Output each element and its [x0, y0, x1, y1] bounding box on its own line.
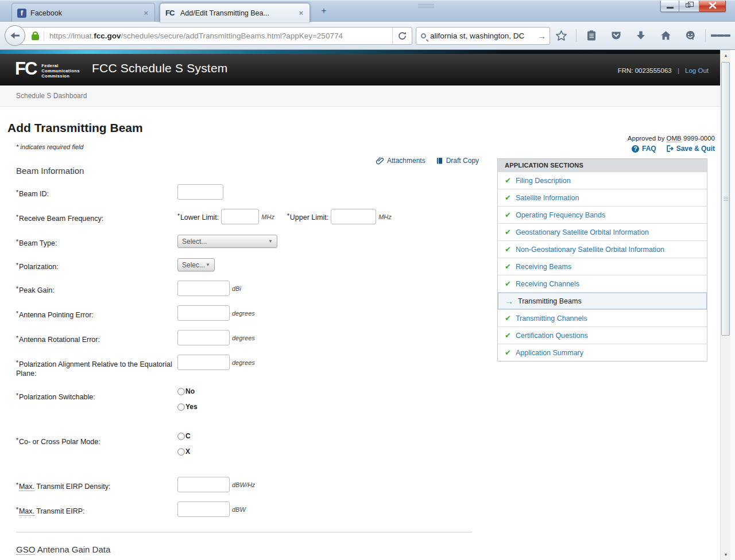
tab-title: Facebook	[30, 9, 142, 17]
sidebar-item-transmitting-channels[interactable]: ✔Transmitting Channels	[498, 309, 707, 326]
bookmark-star-icon[interactable]	[551, 27, 571, 44]
scroll-down-icon[interactable]: ▼	[721, 550, 731, 560]
scrollbar-thumb[interactable]	[721, 62, 730, 336]
reload-icon	[397, 31, 407, 41]
top-right-actions: Approved by OMB 9999-0000 ? FAQ Save & Q…	[628, 135, 715, 153]
max-transmit-eirp-input[interactable]	[177, 501, 230, 517]
window-close-icon	[699, 1, 726, 11]
draft-copy-link[interactable]: Draft Copy	[436, 157, 479, 165]
omb-approval-text: Approved by OMB 9999-0000	[628, 135, 715, 142]
tab-bar: f Facebook × FC Add/Edit Transmitting Be…	[0, 0, 735, 22]
reload-button[interactable]	[392, 27, 412, 45]
polarization-switchable-no-option[interactable]: No	[177, 387, 195, 395]
form-row-polarization-alignment: *Polarization Alignment Relative to the …	[16, 355, 479, 378]
completed-check-icon: ✔	[505, 348, 511, 357]
max-transmit-eirp-density-input[interactable]	[177, 477, 230, 492]
sidebar-item-label: Receiving Channels	[516, 280, 579, 288]
polarization-select[interactable]: Selec... ▼	[177, 258, 215, 271]
scroll-up-icon[interactable]: ▲	[721, 50, 731, 61]
toolbar-separator	[705, 29, 706, 42]
antenna-pointing-error-input[interactable]	[177, 305, 230, 321]
peak-gain-label: Peak Gain:	[19, 286, 55, 294]
sidebar-item-geostationary-satellite-orbital-information[interactable]: ✔Geostationary Satellite Orbital Informa…	[498, 223, 707, 240]
fcc-logo-acronym: FC	[15, 60, 36, 77]
required-note: * indicates required field	[16, 143, 720, 150]
peak-gain-input[interactable]	[177, 281, 230, 296]
sidebar-item-non-geostationary-satellite-orbital-information[interactable]: ✔Non-Geostationary Satellite Orbital Inf…	[498, 240, 707, 258]
lower-limit-label: Lower Limit:	[180, 213, 219, 221]
sidebar-item-certification-questions[interactable]: ✔Certification Questions	[498, 326, 707, 344]
tab-close-icon[interactable]: ×	[297, 9, 304, 17]
lower-limit-input[interactable]	[221, 209, 259, 224]
save-quit-link[interactable]: Save & Quit	[666, 145, 715, 153]
co-polar-option[interactable]: C	[177, 432, 191, 440]
cross-polar-option[interactable]: X	[177, 448, 190, 456]
max-transmit-eirp-label: Transmit EIRP:	[34, 507, 85, 515]
sidebar-item-satellite-information[interactable]: ✔Satellite Information	[498, 189, 707, 206]
sidebar-item-transmitting-beams[interactable]: →Transmitting Beams	[498, 292, 707, 309]
home-icon[interactable]	[656, 27, 675, 44]
sidebar-item-receiving-channels[interactable]: ✔Receiving Channels	[498, 275, 707, 292]
completed-check-icon: ✔	[505, 211, 511, 219]
https-lock-icon[interactable]	[32, 34, 39, 40]
beam-id-input[interactable]	[177, 184, 223, 200]
max-transmit-eirp-unit: dBW	[232, 501, 246, 513]
pocket-icon[interactable]	[606, 27, 626, 44]
form-row-peak-gain: *Peak Gain: dBi	[16, 281, 479, 296]
minimize-button[interactable]	[660, 1, 679, 12]
tab-close-icon[interactable]: ×	[142, 9, 149, 17]
radio-button[interactable]	[177, 433, 185, 440]
new-tab-button[interactable]: +	[316, 5, 331, 18]
tab-add-edit-transmitting-beams[interactable]: FC Add/Edit Transmitting Bea... ×	[160, 3, 310, 22]
polarization-switchable-yes-option[interactable]: Yes	[177, 403, 198, 411]
window-drag-grip[interactable]	[418, 4, 434, 9]
upper-limit-label: Upper Limit:	[290, 213, 328, 221]
completed-check-icon: ✔	[505, 176, 511, 185]
radio-button[interactable]	[177, 448, 185, 456]
question-circle-icon: ?	[632, 145, 639, 153]
form-row-max-transmit-eirp: *Max. Transmit EIRP: dBW	[16, 501, 479, 517]
sidebar-item-filing-description[interactable]: ✔Filing Description	[498, 172, 707, 189]
url-bar[interactable]: https://lmuat.fcc.gov/schedules/secure/a…	[16, 27, 412, 45]
close-button[interactable]	[699, 1, 726, 12]
sidebar-item-receiving-beams[interactable]: ✔Receiving Beams	[498, 258, 707, 275]
polarization-alignment-label: Polarization Alignment Relative to the E…	[16, 360, 172, 378]
back-button[interactable]	[5, 25, 25, 46]
attachments-link[interactable]: Attachments	[376, 157, 425, 165]
antenna-rotational-error-input[interactable]	[177, 330, 230, 345]
sidebar-item-application-summary[interactable]: ✔Application Summary	[498, 344, 707, 361]
faq-link[interactable]: ? FAQ	[632, 145, 656, 153]
search-box[interactable]: alifornia st, washington, DC →	[416, 27, 550, 45]
radio-button[interactable]	[177, 403, 185, 411]
sidebar-item-operating-frequency-bands[interactable]: ✔Operating Frequency Bands	[498, 206, 707, 223]
antenna-pointing-error-unit: degrees	[232, 305, 255, 317]
url-text[interactable]: https://lmuat.fcc.gov/schedules/secure/a…	[49, 32, 392, 40]
restore-button[interactable]	[679, 1, 699, 12]
polarization-alignment-input[interactable]	[177, 355, 230, 370]
downloads-icon[interactable]	[631, 27, 651, 44]
fcc-logo[interactable]: FC Federal Communications Commission	[15, 60, 80, 79]
antenna-rotational-error-label: Antenna Rotational Error:	[19, 336, 100, 344]
scrollbar-grip	[724, 197, 728, 201]
application-sections-list: ✔Filing Description✔Satellite Informatio…	[498, 172, 707, 361]
application-sections-header: APPLICATION SECTIONS	[498, 159, 707, 172]
search-input[interactable]: alifornia st, washington, DC	[430, 32, 537, 40]
logout-link[interactable]: Log Out	[685, 67, 709, 74]
hello-smiley-icon[interactable]	[680, 27, 700, 44]
sidebar-item-label: Transmitting Beams	[518, 297, 582, 305]
reading-list-icon[interactable]	[582, 27, 601, 44]
upper-limit-input[interactable]	[331, 209, 376, 224]
menu-icon[interactable]	[711, 27, 730, 44]
beam-information-form: *Beam ID: *Receive Beam Frequency: *Lowe…	[7, 184, 479, 517]
search-go-icon[interactable]: →	[537, 31, 546, 41]
navigation-toolbar: https://lmuat.fcc.gov/schedules/secure/a…	[0, 22, 735, 50]
main-content: Add Transmitting Beam * indicates requir…	[0, 121, 720, 560]
tab-facebook[interactable]: f Facebook ×	[11, 3, 155, 22]
radio-button[interactable]	[177, 388, 185, 395]
upper-limit-unit: MHz	[378, 209, 392, 220]
form-row-max-transmit-eirp-density: *Max. Transmit EIRP Density: dBW/Hz	[16, 477, 479, 492]
vertical-scrollbar[interactable]: ▲ ▼	[720, 50, 730, 560]
form-row-antenna-pointing-error: *Antenna Pointing Error: degrees	[16, 305, 479, 321]
breadcrumb[interactable]: Schedule S Dashboard	[0, 85, 720, 107]
beam-type-select[interactable]: Select... ▼	[177, 235, 277, 248]
